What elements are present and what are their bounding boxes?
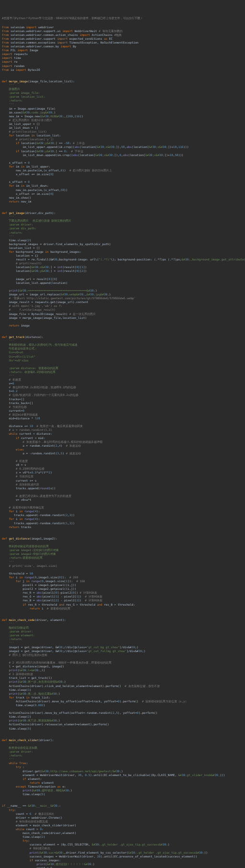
code-block: from selenium import webdriver from sele… bbox=[0, 25, 245, 868]
top-comment: #想要学习Python？Python学习交流群：984632579满足你的需求，… bbox=[0, 15, 245, 21]
